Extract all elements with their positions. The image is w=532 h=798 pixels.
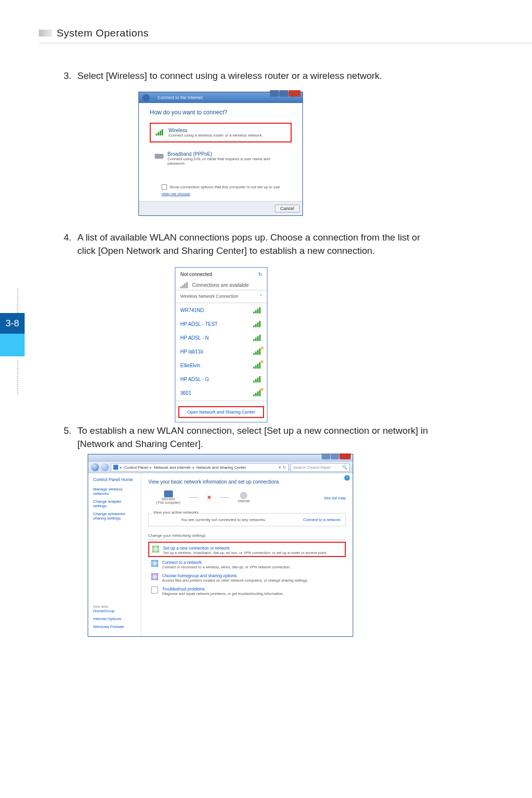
step-4: 4. A list of available WLAN connections … [60, 231, 440, 257]
status-text: Not connected [180, 272, 212, 277]
wireless-signal-icon [156, 129, 165, 136]
network-item[interactable]: EllieElvin [175, 358, 267, 372]
option-broadband[interactable]: Broadband (PPPoE) Connect using DSL or c… [150, 147, 292, 170]
wlan-flyout: Not connected ↻ Connections are availabl… [175, 267, 267, 422]
step-5: 5. To establish a new WLAN connection, s… [60, 424, 440, 451]
connect-to-network-link[interactable]: Connect to a network [303, 518, 340, 522]
change-settings-heading: Change your networking settings [148, 533, 346, 540]
sidebar-link[interactable]: Change adapter settings [93, 499, 136, 508]
modem-icon [155, 154, 164, 159]
step-3: 3. Select [Wireless] to connect using a … [60, 69, 440, 82]
page-number-badge: 3-8 [0, 313, 25, 356]
task-setup-connection[interactable]: Set up a new connection or networkSet up… [148, 542, 346, 557]
connect-to-internet-dialog: Connect to the Internet How do you want … [138, 92, 303, 216]
refresh-icon[interactable]: ↻ [283, 465, 286, 470]
network-item[interactable]: WR741ND [175, 303, 267, 317]
window-chrome[interactable] [88, 454, 353, 462]
disconnected-icon: ✕ [207, 494, 211, 501]
page-title: System Operations [57, 27, 149, 39]
signal-open-icon [253, 389, 262, 396]
back-button[interactable] [142, 94, 150, 102]
cancel-button[interactable]: Cancel [275, 205, 299, 212]
search-icon: 🔍 [342, 465, 347, 470]
dialog-titlebar[interactable]: Connect to the Internet [139, 92, 302, 103]
dialog-question: How do you want to connect? [150, 109, 292, 116]
troubleshoot-icon [151, 587, 158, 593]
back-button[interactable] [91, 463, 99, 471]
open-network-center-link[interactable]: Open Network and Sharing Center [178, 406, 264, 418]
network-item[interactable]: 3601 [175, 386, 267, 400]
sidebar-link[interactable]: Change advanced sharing settings [93, 512, 136, 520]
network-map: MSI-MSI(This computer) ——✕—— Internet [156, 490, 346, 504]
show-options-checkbox[interactable]: Show connection options that this comput… [162, 184, 292, 190]
close-button[interactable] [339, 453, 351, 459]
sidebar-link[interactable]: HomeGroup [93, 609, 136, 613]
control-panel-icon [113, 465, 118, 470]
sidebar: Control Panel Home Manage wireless netwo… [88, 473, 141, 636]
group-header[interactable]: Wireless Network Connection ˄ [175, 290, 267, 303]
signal-icon [253, 334, 262, 341]
breadcrumb[interactable]: ▸Control Panel ▸Network and Internet ▸Ne… [111, 463, 289, 472]
setup-connection-icon [152, 546, 159, 553]
maximize-button[interactable] [279, 90, 288, 97]
help-icon[interactable]: ? [344, 475, 350, 481]
task-troubleshoot[interactable]: Troubleshoot problemsDiagnose and repair… [148, 584, 346, 597]
internet-icon [240, 492, 247, 499]
dialog-title: Connect to the Internet [158, 95, 203, 100]
dropdown-icon[interactable]: ▾ [279, 465, 281, 470]
main-heading: View your basic network information and … [148, 479, 346, 485]
option-wireless[interactable]: Wireless Connect using a wireless router… [150, 123, 292, 142]
help-me-choose-link[interactable]: Help me choose [162, 192, 190, 196]
network-sharing-center-window: ▸Control Panel ▸Network and Internet ▸Ne… [88, 454, 353, 637]
signal-icon [253, 307, 262, 313]
forward-button[interactable] [101, 463, 109, 471]
signal-icon [253, 320, 262, 327]
see-full-map-link[interactable]: See full map [324, 496, 346, 500]
search-input[interactable]: Search Control Panel🔍 [291, 463, 350, 472]
signal-open-icon [253, 362, 262, 369]
task-homegroup[interactable]: Choose homegroup and sharing optionsAcce… [148, 570, 346, 584]
header-rule [39, 43, 532, 43]
see-also-label: See also [93, 604, 136, 609]
network-item[interactable]: HP lab11b [175, 345, 267, 358]
signal-icon [180, 281, 189, 288]
computer-icon [164, 490, 173, 497]
page-number: 3-8 [0, 313, 25, 334]
connect-network-icon [151, 560, 158, 567]
sidebar-link[interactable]: Internet Options [93, 617, 136, 621]
chevron-up-icon: ˄ [260, 294, 262, 299]
signal-open-icon [253, 348, 262, 355]
maximize-button[interactable] [331, 453, 339, 459]
signal-icon [253, 376, 262, 382]
sidebar-home[interactable]: Control Panel Home [93, 477, 136, 482]
task-connect-network[interactable]: Connect to a networkConnect or reconnect… [148, 557, 346, 570]
network-item[interactable]: HP ADSL - N [175, 331, 267, 345]
network-item[interactable]: HP ADSL - G [175, 372, 267, 386]
sidebar-link[interactable]: Manage wireless networks [93, 487, 136, 496]
homegroup-icon [151, 573, 158, 580]
close-button[interactable] [289, 90, 300, 97]
header-accent [39, 30, 52, 36]
sidebar-link[interactable]: Windows Firewall [93, 625, 136, 629]
active-networks-group: View your active networks Connect to a n… [148, 513, 346, 526]
refresh-icon[interactable]: ↻ [258, 272, 262, 277]
minimize-button[interactable] [270, 90, 279, 97]
network-item[interactable]: HP ADSL - TEST [175, 317, 267, 331]
minimize-button[interactable] [322, 453, 330, 459]
